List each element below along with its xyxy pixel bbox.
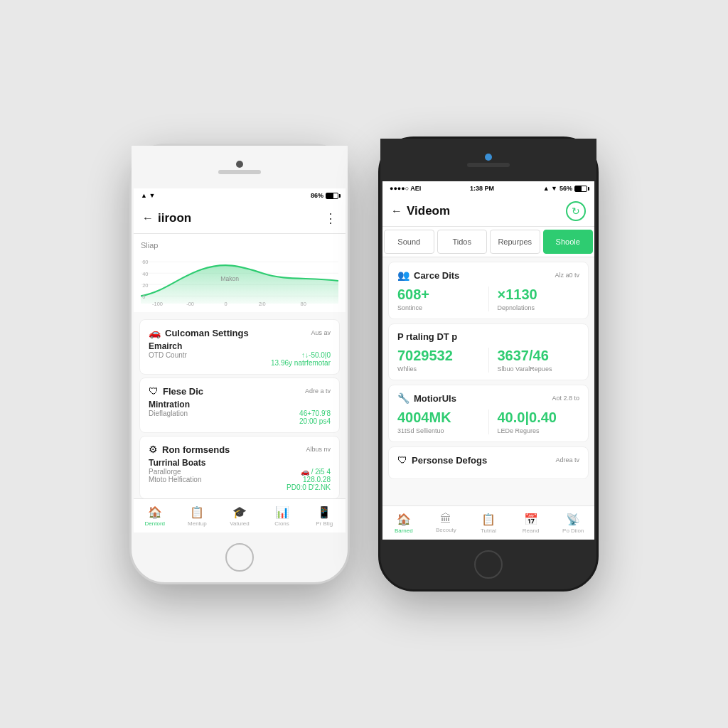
tab-shoole[interactable]: Shoole	[543, 230, 594, 254]
right-s2-stat2: 3637/46 Slbuo VaralRepues	[498, 348, 580, 373]
right-s1-stat2: ×1130 Depnolations	[498, 287, 580, 311]
left-s3-title: Ron formsends	[162, 444, 230, 455]
left-menu-button[interactable]: ⋮	[324, 210, 337, 226]
right-s1-header: 👥 Carce Dits Alz a0 tv	[397, 269, 579, 281]
right-time: 1:38 PM	[470, 185, 494, 192]
right-tab-barned-label: Barned	[395, 528, 413, 534]
tab-tidos[interactable]: Tidos	[437, 230, 488, 254]
left-status-bar: ▲ ▼ 86%	[134, 188, 346, 203]
right-s3-stat2: 40.0|0.40 LEDe Regures	[498, 410, 580, 434]
right-s1-title-row: 👥 Carce Dits	[397, 269, 459, 281]
left-tab-cions-label: Cions	[274, 520, 289, 527]
left-section-3: ⚙ Ron formsends Albus nv Turrinal Boats …	[139, 436, 340, 498]
left-phone-bottom	[225, 532, 254, 582]
right-tab-reand[interactable]: 📅 Reand	[510, 513, 552, 534]
right-section-4: 🛡 Personse Defogs Adrea tv	[388, 446, 589, 479]
left-s2-sub: Dieflaglation	[149, 410, 188, 417]
left-s3-name: Turrinal Boats	[149, 458, 331, 468]
right-tab-becouty[interactable]: 🏛 Becouty	[425, 513, 468, 533]
right-s1-stat1: 608+ Sontince	[397, 287, 480, 311]
left-tab-home-icon: 🏠	[148, 505, 162, 519]
right-s3-stat2-value: 40.0|0.40	[498, 410, 580, 426]
right-carrier: ●●●●○ AEI	[390, 185, 421, 192]
right-tab-barned[interactable]: 🏠 Barned	[382, 513, 425, 534]
left-s2-badge: Adre a tv	[305, 387, 331, 395]
svg-text:60: 60	[142, 259, 148, 265]
left-tab-cions[interactable]: 📊 Cions	[261, 505, 304, 527]
right-bottom-bar: 🏠 Barned 🏛 Becouty 📋 Tutrial 📅 Reand 📡	[382, 505, 594, 540]
left-header-title: iiroon	[158, 211, 324, 225]
left-signal: ▲ ▼	[141, 192, 155, 199]
left-scroll-content: 🚗 Culcoman Settings Aus av Emairch OTD C…	[134, 316, 346, 498]
left-tab-mentup-icon: 📋	[190, 505, 204, 519]
left-s2-icon: 🛡	[149, 385, 159, 397]
right-s3-header: 🔧 MotiorUls Aot 2.8 to	[397, 392, 579, 404]
right-tab-tutrial[interactable]: 📋 Tutrial	[467, 513, 510, 534]
left-s2-value: 46+70.9'8 20:00 ps4	[299, 410, 331, 425]
right-s1-stat1-value: 608+	[397, 287, 480, 303]
tab-sound[interactable]: Sound	[384, 230, 434, 254]
left-s1-title-row: 🚗 Culcoman Settings	[149, 327, 249, 338]
right-signal: ▲ ▼	[543, 185, 557, 192]
right-refresh-button[interactable]: ↻	[566, 201, 586, 221]
right-s2-stat2-value: 3637/46	[498, 348, 580, 364]
tab-repurpes[interactable]: Repurpes	[490, 230, 540, 254]
right-s4-icon: 🛡	[397, 454, 407, 466]
left-section-2: 🛡 Flese Dic Adre a tv Mintration Dieflag…	[139, 378, 340, 433]
right-section-3: 🔧 MotiorUls Aot 2.8 to 4004MK 31tSd Sell…	[388, 385, 589, 442]
right-s1-stat2-value: ×1130	[498, 287, 580, 303]
left-section-1-header: 🚗 Culcoman Settings Aus av	[149, 327, 331, 338]
right-tab-podiion-icon: 📡	[566, 513, 580, 526]
left-chart-svg: 60 40 20 0 -100 -00 0 2i0 80 Makon	[141, 252, 338, 309]
right-phone: ●●●●○ AEI 1:38 PM ▲ ▼ 56% ← Videom ↻	[378, 136, 599, 592]
chart-label: Sliap	[141, 241, 338, 250]
left-s1-sub: OTD Countr	[149, 351, 187, 359]
right-s3-badge: Aot 2.8 to	[552, 395, 579, 402]
right-tab-reand-label: Reand	[523, 528, 540, 534]
left-tab-mentup[interactable]: 📋 Mentup	[176, 505, 219, 527]
left-s3-icon: ⚙	[149, 444, 158, 455]
left-tab-vatured[interactable]: 🎓 Vatured	[218, 505, 261, 527]
right-s2-title: P rtaling DT p	[397, 331, 457, 342]
left-status-right: 86%	[311, 192, 338, 199]
left-chart-area: Sliap	[134, 234, 346, 312]
right-scroll-content: 👥 Carce Dits Alz a0 tv 608+ Sontince ×11…	[382, 257, 594, 505]
left-battery-icon	[326, 193, 338, 199]
svg-text:0: 0	[142, 294, 145, 300]
left-section-3-header: ⚙ Ron formsends Albus nv	[149, 444, 331, 455]
left-home-button[interactable]	[225, 543, 254, 572]
right-s4-title-row: 🛡 Personse Defogs	[397, 454, 487, 466]
right-section-1: 👥 Carce Dits Alz a0 tv 608+ Sontince ×11…	[388, 262, 589, 319]
left-tab-dentord[interactable]: 🏠 Dentord	[134, 505, 176, 527]
right-tab-podiion[interactable]: 📡 Po Diion	[552, 513, 594, 534]
right-s1-stats: 608+ Sontince ×1130 Depnolations	[397, 287, 579, 311]
right-s4-badge: Adrea tv	[555, 456, 579, 464]
right-s1-divider	[488, 287, 489, 311]
right-home-button[interactable]	[474, 550, 503, 579]
left-tab-dentord-label: Dentord	[145, 520, 165, 527]
left-back-button[interactable]: ←	[142, 212, 154, 225]
right-tab-tutrial-label: Tutrial	[481, 528, 496, 534]
right-s2-header: P rtaling DT p	[397, 331, 579, 342]
left-tab-mentup-label: Mentup	[188, 520, 207, 527]
right-tab-tutrial-icon: 📋	[481, 513, 496, 526]
right-back-button[interactable]: ←	[391, 205, 402, 218]
right-screen: ●●●●○ AEI 1:38 PM ▲ ▼ 56% ← Videom ↻	[382, 181, 594, 540]
left-s3-badge: Albus nv	[306, 446, 331, 453]
right-s1-icon: 👥	[397, 269, 410, 281]
right-s3-title: MotiorUls	[414, 393, 456, 404]
scene: ▲ ▼ 86% ← iiroon ⋮ Sliap	[0, 0, 728, 728]
right-status-right: ▲ ▼ 56%	[543, 185, 587, 192]
right-s3-divider	[488, 410, 489, 434]
right-phone-top	[380, 139, 596, 181]
right-s3-stat1-label: 31tSd Sellientuo	[397, 427, 480, 434]
right-header-title: Videom	[407, 204, 566, 218]
left-section-1: 🚗 Culcoman Settings Aus av Emairch OTD C…	[139, 319, 340, 375]
svg-text:Makon: Makon	[220, 275, 239, 282]
right-s3-stats: 4004MK 31tSd Sellientuo 40.0|0.40 LEDe R…	[397, 410, 579, 434]
right-section-2: P rtaling DT p 7029532 Whlies 3637/46 Sl…	[388, 323, 589, 380]
right-s3-stat2-label: LEDe Regures	[498, 427, 580, 434]
left-tab-prbtig[interactable]: 📱 Pr Btig	[303, 505, 346, 527]
left-s1-title: Culcoman Settings	[165, 328, 249, 338]
left-s2-name: Mintration	[149, 400, 331, 410]
